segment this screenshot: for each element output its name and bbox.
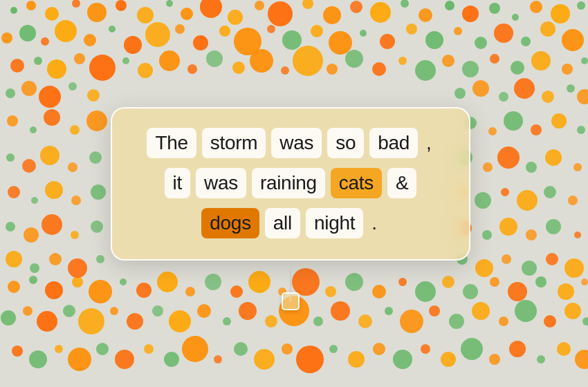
svg-point-146 [55, 345, 63, 353]
svg-point-160 [373, 343, 385, 355]
word-storm: storm [202, 128, 266, 158]
svg-point-65 [281, 66, 289, 75]
svg-point-147 [68, 348, 91, 371]
tooltip-box: The storm was so bad , it was raining ca… [111, 107, 470, 261]
word-raining: raining [252, 168, 325, 198]
svg-point-189 [526, 162, 537, 173]
svg-point-136 [429, 305, 440, 317]
svg-point-149 [115, 350, 134, 369]
svg-point-224 [564, 258, 584, 278]
svg-point-55 [47, 59, 66, 79]
svg-point-15 [323, 6, 341, 24]
svg-point-66 [293, 46, 323, 76]
svg-point-205 [42, 214, 62, 235]
svg-point-181 [6, 153, 15, 162]
svg-point-5 [87, 3, 107, 22]
svg-point-78 [581, 57, 588, 64]
svg-point-36 [193, 35, 208, 50]
svg-point-137 [449, 314, 464, 329]
svg-point-42 [329, 31, 352, 55]
svg-point-222 [522, 261, 537, 276]
svg-point-164 [461, 338, 483, 360]
svg-point-122 [110, 307, 118, 315]
sentence-line-3: dogs all night . [134, 208, 447, 238]
svg-point-151 [164, 352, 179, 367]
svg-point-2 [26, 1, 36, 10]
tooltip-container: The storm was so bad , it was raining ca… [111, 107, 470, 302]
svg-point-193 [31, 197, 38, 204]
svg-point-81 [39, 86, 61, 108]
word-night: night [306, 208, 363, 238]
svg-point-125 [169, 310, 191, 332]
svg-point-3 [45, 7, 59, 21]
svg-point-70 [398, 57, 407, 65]
svg-point-85 [472, 80, 489, 97]
svg-point-221 [502, 254, 511, 264]
svg-point-115 [558, 283, 574, 300]
svg-point-26 [577, 1, 585, 10]
svg-point-46 [425, 31, 443, 49]
svg-point-86 [499, 92, 508, 102]
word-the: The [147, 128, 196, 158]
svg-point-54 [34, 57, 42, 65]
svg-point-119 [37, 311, 57, 332]
svg-point-216 [49, 253, 62, 265]
svg-point-207 [91, 220, 103, 233]
svg-point-165 [489, 354, 500, 365]
svg-point-114 [535, 276, 546, 287]
svg-point-150 [144, 344, 154, 354]
svg-point-171 [30, 126, 37, 133]
svg-point-48 [475, 37, 487, 49]
svg-point-25 [551, 4, 570, 23]
svg-point-126 [197, 304, 211, 318]
svg-point-1 [10, 7, 17, 14]
word-so: so [327, 128, 364, 158]
svg-point-177 [504, 111, 523, 131]
svg-point-117 [1, 310, 16, 325]
svg-point-79 [6, 88, 15, 98]
svg-point-116 [581, 279, 588, 285]
svg-point-144 [12, 346, 23, 357]
svg-point-138 [472, 302, 490, 320]
word-dogs: dogs [201, 208, 259, 238]
svg-point-192 [8, 186, 20, 198]
svg-point-94 [72, 276, 83, 287]
svg-point-204 [24, 227, 39, 243]
svg-point-67 [327, 64, 338, 75]
svg-point-188 [497, 147, 520, 169]
svg-point-91 [8, 281, 20, 293]
svg-point-63 [232, 62, 245, 74]
svg-point-76 [531, 51, 551, 70]
word-was-2: was [196, 168, 246, 198]
svg-point-112 [490, 277, 499, 287]
svg-point-89 [567, 84, 575, 93]
svg-point-135 [400, 310, 423, 333]
svg-point-129 [265, 315, 277, 328]
svg-point-166 [509, 341, 526, 357]
svg-point-223 [546, 253, 558, 265]
svg-point-22 [489, 3, 500, 14]
svg-point-148 [96, 343, 109, 355]
svg-point-198 [475, 192, 491, 209]
svg-point-21 [462, 6, 479, 22]
svg-point-173 [70, 125, 80, 135]
svg-point-75 [511, 61, 524, 75]
svg-point-154 [234, 342, 248, 356]
svg-point-152 [182, 336, 208, 362]
svg-point-31 [84, 34, 96, 46]
svg-point-30 [55, 20, 77, 42]
word-cats: cats [331, 168, 382, 198]
svg-point-72 [442, 55, 454, 67]
svg-point-153 [214, 355, 222, 364]
svg-point-88 [542, 91, 554, 103]
svg-point-121 [78, 308, 104, 334]
svg-point-162 [421, 344, 430, 354]
svg-point-155 [254, 349, 275, 370]
svg-point-210 [499, 218, 517, 236]
svg-point-200 [517, 190, 538, 211]
svg-point-211 [526, 229, 537, 240]
svg-point-127 [223, 317, 231, 325]
svg-point-161 [393, 350, 412, 369]
svg-point-77 [562, 64, 573, 75]
svg-point-71 [415, 60, 436, 81]
